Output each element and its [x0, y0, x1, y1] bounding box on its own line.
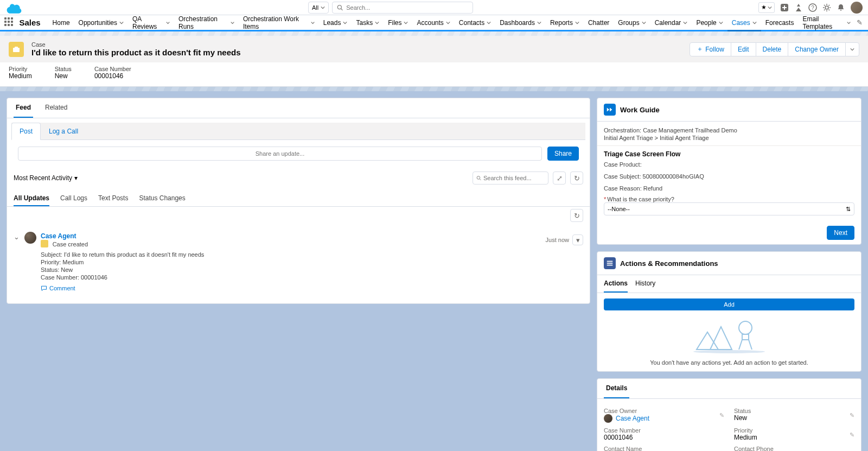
chevron-down-icon	[343, 21, 347, 25]
search-scope-picker[interactable]: All	[308, 2, 329, 14]
chevron-down-icon	[311, 21, 315, 25]
nav-item-home[interactable]: Home	[48, 15, 74, 31]
change-owner-button[interactable]: Change Owner	[788, 42, 846, 56]
svg-point-14	[739, 321, 752, 334]
feed-sort-picker[interactable]: Most Recent Activity ▾	[14, 174, 78, 182]
delete-button[interactable]: Delete	[756, 42, 789, 56]
owner-avatar-icon	[604, 414, 612, 423]
edit-pencil-icon[interactable]: ✎	[719, 412, 724, 419]
nav-item-dashboards[interactable]: Dashboards	[495, 15, 546, 31]
svg-rect-15	[742, 334, 749, 340]
filter-call-logs[interactable]: Call Logs	[60, 191, 87, 206]
global-search-input[interactable]	[346, 4, 468, 11]
det-priority-label: Priority	[734, 427, 845, 434]
comment-link[interactable]: Comment	[41, 285, 583, 291]
edit-pencil-icon[interactable]: ✎	[850, 431, 854, 439]
nav-item-forecasts[interactable]: Forecasts	[761, 15, 799, 31]
det-contact-label: Contact Name	[604, 446, 714, 451]
nav-item-email-templates[interactable]: Email Templates	[798, 15, 855, 31]
edit-button[interactable]: Edit	[731, 42, 756, 56]
tab-feed[interactable]: Feed	[14, 98, 33, 118]
nav-item-people[interactable]: People	[692, 15, 727, 31]
nav-item-contacts[interactable]: Contacts	[455, 15, 495, 31]
feed-time: Just now	[546, 237, 569, 243]
nav-item-groups[interactable]: Groups	[614, 15, 650, 31]
publisher-tab-post[interactable]: Post	[11, 123, 41, 140]
wg-subject: Case Subject: 500800000084hoGIAQ	[604, 173, 854, 180]
share-button[interactable]: Share	[547, 147, 579, 161]
chevron-down-icon	[119, 21, 124, 25]
nav-item-files[interactable]: Files	[384, 15, 412, 31]
feed-list-refresh-icon[interactable]: ↻	[570, 209, 583, 222]
search-icon	[337, 4, 343, 11]
chevron-down-icon	[487, 21, 491, 25]
nav-item-accounts[interactable]: Accounts	[412, 15, 454, 31]
feed-search-input[interactable]	[483, 175, 545, 181]
nav-item-qa-reviews[interactable]: QA Reviews	[128, 15, 174, 31]
nav-item-reports[interactable]: Reports	[546, 15, 584, 31]
nav-item-chatter[interactable]: Chatter	[584, 15, 614, 31]
feed-search[interactable]	[473, 171, 548, 185]
publisher-tab-log-call[interactable]: Log a Call	[41, 123, 86, 139]
det-status-label: Status	[734, 408, 845, 414]
svg-rect-12	[607, 265, 613, 266]
add-action-button[interactable]: Add	[604, 298, 854, 310]
setup-gear-icon[interactable]	[822, 3, 831, 12]
wg-next-button[interactable]: Next	[827, 226, 854, 240]
actions-tab-history[interactable]: History	[635, 275, 655, 293]
feed-event: Case created	[53, 241, 88, 247]
det-casenum-label: Case Number	[604, 427, 714, 434]
det-phone-label: Contact Phone	[734, 446, 845, 451]
nav-item-tasks[interactable]: Tasks	[352, 15, 384, 31]
follow-button[interactable]: ＋Follow	[690, 42, 731, 56]
nav-item-cases[interactable]: Cases	[727, 15, 761, 31]
svg-line-17	[749, 340, 752, 350]
det-owner-value[interactable]: Case Agent	[616, 415, 649, 422]
actions-tab-actions[interactable]: Actions	[604, 275, 628, 293]
hl-status-label: Status	[55, 66, 72, 72]
app-launcher-icon[interactable]	[4, 17, 15, 28]
guidance-icon[interactable]	[794, 3, 803, 12]
nav-item-leads[interactable]: Leads	[319, 15, 352, 31]
filter-text-posts[interactable]: Text Posts	[98, 191, 128, 206]
favorites-button[interactable]: ★	[758, 2, 775, 13]
edit-nav-pencil-icon[interactable]: ✎	[856, 18, 864, 27]
nav-item-opportunities[interactable]: Opportunities	[74, 15, 128, 31]
edit-pencil-icon[interactable]: ✎	[850, 412, 854, 419]
user-avatar[interactable]	[851, 2, 863, 14]
wg-priority-select[interactable]: --None--⇅	[604, 202, 854, 215]
feed-item-menu[interactable]: ▾	[572, 234, 583, 245]
tab-related[interactable]: Related	[43, 98, 69, 118]
nav-item-orchestration-runs[interactable]: Orchestration Runs	[174, 15, 239, 31]
filter-status-changes[interactable]: Status Changes	[139, 191, 185, 206]
record-highlights: Case I'd like to return this product as …	[0, 31, 868, 87]
chevron-down-icon	[446, 21, 450, 25]
svg-rect-6	[13, 48, 20, 52]
salesforce-logo	[5, 2, 23, 14]
chevron-down-icon	[683, 21, 687, 25]
svg-rect-10	[607, 261, 613, 262]
chevron-down-icon	[719, 21, 723, 25]
tab-details[interactable]: Details	[604, 379, 629, 398]
feed-author-link[interactable]: Case Agent	[41, 232, 76, 240]
notifications-bell-icon[interactable]	[837, 3, 845, 12]
author-avatar[interactable]	[24, 232, 36, 244]
nav-item-orchestration-work-items[interactable]: Orchestration Work Items	[239, 15, 319, 31]
chevron-down-icon	[575, 21, 579, 25]
filter-all-updates[interactable]: All Updates	[14, 191, 49, 206]
more-actions-button[interactable]	[845, 42, 859, 56]
share-update-input[interactable]	[18, 147, 542, 161]
svg-rect-7	[15, 47, 18, 48]
feed-refresh-icon[interactable]: ↻	[570, 171, 583, 185]
chevron-down-icon	[404, 21, 408, 25]
collapse-caret-icon[interactable]: ⌄	[14, 232, 20, 291]
record-title: I'd like to return this product as it do…	[31, 48, 241, 57]
feed-expand-icon[interactable]: ⤢	[553, 171, 566, 185]
nav-item-calendar[interactable]: Calendar	[650, 15, 692, 31]
hl-casenum-value: 00001046	[94, 72, 131, 80]
svg-point-0	[338, 5, 342, 9]
global-search[interactable]	[332, 2, 473, 14]
global-actions-icon[interactable]	[780, 3, 789, 12]
help-icon[interactable]: ?	[808, 3, 817, 12]
chevron-down-icon	[166, 21, 170, 25]
